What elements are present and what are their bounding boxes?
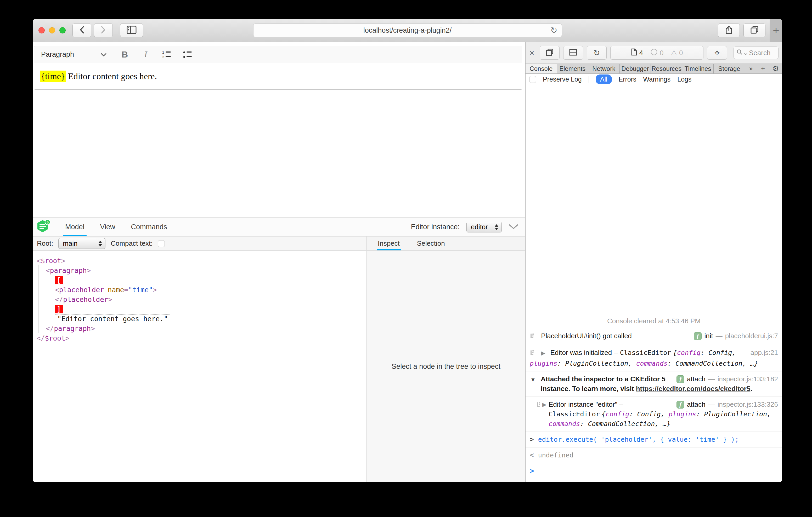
show-tabs-button[interactable] xyxy=(744,23,765,37)
tab-console[interactable]: Console xyxy=(526,64,557,73)
tab-elements[interactable]: Elements xyxy=(557,64,588,73)
inspector-header-right: Editor instance: editor xyxy=(411,218,519,236)
console-result[interactable]: < undefined xyxy=(526,447,782,463)
plus-icon: + xyxy=(761,65,765,73)
tab-timelines[interactable]: Timelines xyxy=(682,64,714,73)
filter-errors[interactable]: Errors xyxy=(619,75,636,83)
tree-node-root-open[interactable]: <$root> xyxy=(37,256,367,266)
indent-guide xyxy=(48,275,48,324)
close-window-button[interactable] xyxy=(38,27,45,33)
reload-icon[interactable]: ↻ xyxy=(550,26,557,34)
tab-model[interactable]: Model xyxy=(63,218,87,236)
tab-overflow-button[interactable]: » xyxy=(745,64,757,73)
settings-tab-button[interactable]: ⚙ xyxy=(769,64,782,73)
console-input[interactable]: > xyxy=(526,463,782,482)
tree-selection-start[interactable]: [ xyxy=(37,275,367,285)
collapse-panel-button[interactable] xyxy=(509,223,519,231)
tab-storage[interactable]: Storage xyxy=(714,64,745,73)
warning-count: ⚠ 0 xyxy=(671,49,683,57)
resource-status-button[interactable]: 4 ! 0 ⚠ 0 xyxy=(610,46,703,60)
numbered-list-button[interactable]: 12 xyxy=(162,50,172,59)
console-message[interactable]: f attach — inspector.js:133:326 ▶ Editor… xyxy=(526,396,782,431)
screen: localhost/creating-a-plugin2/ ↻ + xyxy=(0,0,812,517)
tree-node-paragraph-close[interactable]: </paragraph> xyxy=(37,324,367,333)
detach-devtools-button[interactable] xyxy=(540,46,559,60)
devtools-reload-button[interactable]: ↻ xyxy=(587,46,607,60)
tab-inspect[interactable]: Inspect xyxy=(377,237,401,250)
filter-warnings[interactable]: Warnings xyxy=(643,75,671,83)
search-scope-chevron-icon xyxy=(744,49,747,57)
editor-instance-select[interactable]: editor xyxy=(466,222,502,232)
sidebar-toggle-button[interactable] xyxy=(120,23,143,37)
editor-toolbar: Paragraph B I 12 xyxy=(34,46,522,63)
browser-window: localhost/creating-a-plugin2/ ↻ + xyxy=(33,19,782,482)
svg-text:1: 1 xyxy=(162,50,164,54)
class-name: ClassicEditor xyxy=(549,410,600,418)
titlebar-right-buttons xyxy=(718,23,765,37)
disclosure-triangle-icon[interactable]: ▶ xyxy=(541,350,545,356)
result-text: undefined xyxy=(538,450,573,460)
bold-button[interactable]: B xyxy=(120,50,130,60)
forward-button[interactable] xyxy=(94,23,113,37)
devtools-search-field[interactable]: Search xyxy=(733,47,779,59)
tab-debugger[interactable]: Debugger xyxy=(620,64,651,73)
tab-selection[interactable]: Selection xyxy=(416,237,446,250)
italic-button[interactable]: I xyxy=(141,50,151,59)
tree-node-placeholder-close[interactable]: </placeholder> xyxy=(37,295,367,304)
element-picker-button[interactable]: ⌖ xyxy=(707,46,727,60)
message-text: Editor was initialized xyxy=(550,349,612,357)
placeholder-widget[interactable]: {time} xyxy=(40,70,66,82)
root-select[interactable]: main xyxy=(58,238,106,249)
sidebar-icon xyxy=(126,26,137,35)
compact-text-checkbox[interactable] xyxy=(158,240,165,247)
model-tree[interactable]: <$root> <paragraph> [ <placeholdername="… xyxy=(33,251,367,482)
ckeditor-logo-icon: 5 xyxy=(36,219,51,236)
share-button[interactable] xyxy=(718,23,740,37)
heading-dropdown[interactable]: Paragraph xyxy=(41,51,107,59)
filter-all[interactable]: All xyxy=(596,74,612,84)
console-message[interactable]: app.js:21 ▶ Editor was initialized–Class… xyxy=(526,345,782,371)
source-link[interactable]: inspector.js:133:182 xyxy=(718,374,778,384)
source-link[interactable]: app.js:21 xyxy=(750,348,778,358)
minimize-window-button[interactable] xyxy=(49,27,55,33)
divider xyxy=(588,76,589,83)
console-message[interactable]: f attach — inspector.js:133:182 ▼ Attach… xyxy=(526,371,782,396)
ckeditor-docs-link[interactable]: https://ckeditor.com/docs/ckeditor5 xyxy=(636,385,751,393)
message-origin-icon xyxy=(530,333,535,341)
tree-selection-end[interactable]: ] xyxy=(37,304,367,314)
console-message[interactable]: f init — placeholderui.js:7 PlaceholderU… xyxy=(526,328,782,345)
dock-bottom-button[interactable] xyxy=(563,46,583,60)
console-command[interactable]: > editor.execute( 'placeholder', { value… xyxy=(526,431,782,447)
disclosure-triangle-icon[interactable]: ▼ xyxy=(530,375,536,385)
editor-content[interactable]: {time} Editor content goes here. xyxy=(34,63,522,89)
ckeditor-inspector-panel: 5 Model View Commands Editor instance: e… xyxy=(33,217,525,482)
root-label: Root: xyxy=(37,239,53,247)
tab-resources[interactable]: Resources xyxy=(651,64,682,73)
message-location: f attach — inspector.js:133:326 xyxy=(676,400,778,409)
tab-commands[interactable]: Commands xyxy=(129,218,169,236)
back-button[interactable] xyxy=(72,23,91,37)
tree-text-node[interactable]: "Editor content goes here." xyxy=(37,314,367,324)
add-tab-button[interactable]: + xyxy=(757,64,769,73)
svg-text:2: 2 xyxy=(162,55,164,59)
tree-node-root-close[interactable]: </$root> xyxy=(37,333,367,343)
source-link[interactable]: inspector.js:133:326 xyxy=(718,400,778,409)
indent-guide xyxy=(38,265,39,333)
zoom-window-button[interactable] xyxy=(59,27,66,33)
new-tab-button[interactable]: + xyxy=(770,19,782,42)
tree-node-paragraph-open[interactable]: <paragraph> xyxy=(37,266,367,275)
tree-node-placeholder-open[interactable]: <placeholdername="time"> xyxy=(37,285,367,295)
address-bar[interactable]: localhost/creating-a-plugin2/ ↻ xyxy=(253,24,562,37)
share-icon xyxy=(725,25,732,35)
disclosure-triangle-icon[interactable]: ▶ xyxy=(542,400,547,409)
bulleted-list-button[interactable] xyxy=(183,50,193,59)
message-origin-icon xyxy=(536,401,542,410)
model-controls: Root: main Compact text: xyxy=(33,237,367,250)
close-devtools-button[interactable]: × xyxy=(528,48,536,58)
ckeditor: Paragraph B I 12 {time} Editor content g… xyxy=(34,46,522,90)
filter-logs[interactable]: Logs xyxy=(677,75,691,83)
preserve-log-checkbox[interactable] xyxy=(529,76,536,83)
tab-network[interactable]: Network xyxy=(588,64,620,73)
tab-view[interactable]: View xyxy=(98,218,117,236)
source-link[interactable]: placeholderui.js:7 xyxy=(725,331,778,341)
